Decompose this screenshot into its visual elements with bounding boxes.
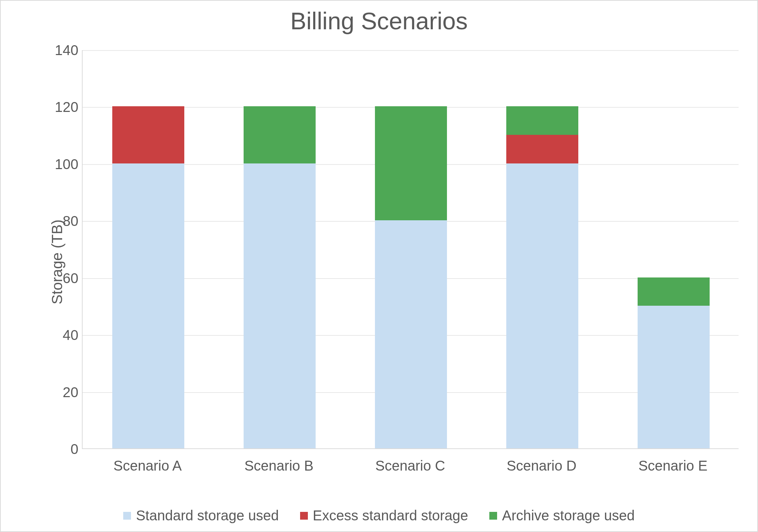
- bar-segment: [375, 220, 447, 448]
- plot-area: [82, 50, 739, 449]
- legend-label: Archive storage used: [502, 508, 635, 524]
- plot-wrap: Storage (TB) 020406080100120140Scenario …: [40, 50, 739, 474]
- legend: Standard storage usedExcess standard sto…: [1, 508, 757, 524]
- x-tick-label: Scenario D: [507, 458, 577, 474]
- x-tick-label: Scenario A: [113, 458, 181, 474]
- bar-group: [375, 106, 447, 448]
- bar-group: [638, 277, 710, 448]
- legend-item: Archive storage used: [489, 508, 635, 524]
- bar-segment: [112, 163, 185, 448]
- bar-segment: [112, 106, 185, 163]
- bar-segment: [638, 306, 710, 448]
- bar-group: [244, 106, 316, 448]
- legend-swatch: [300, 512, 308, 520]
- y-tick-label: 80: [40, 213, 78, 229]
- x-tick-label: Scenario E: [638, 458, 708, 474]
- x-tick-label: Scenario B: [244, 458, 314, 474]
- y-tick-label: 20: [40, 384, 78, 400]
- bar-group: [506, 106, 579, 448]
- y-tick-label: 0: [40, 441, 78, 457]
- y-axis-title: Storage (TB): [49, 220, 66, 304]
- y-tick-label: 140: [40, 42, 78, 58]
- bar-segment: [244, 163, 316, 448]
- bar-segment: [506, 106, 579, 135]
- bar-group: [112, 106, 185, 448]
- bar-segment: [638, 277, 710, 306]
- legend-swatch: [489, 512, 497, 520]
- chart-frame: Billing Scenarios Storage (TB) 020406080…: [0, 0, 758, 532]
- y-tick-label: 40: [40, 327, 78, 343]
- y-tick-label: 100: [40, 156, 78, 172]
- y-tick-label: 60: [40, 270, 78, 286]
- chart-title: Billing Scenarios: [1, 7, 757, 35]
- y-tick-label: 120: [40, 99, 78, 115]
- bar-segment: [244, 106, 316, 163]
- legend-label: Standard storage used: [136, 508, 279, 524]
- legend-swatch: [123, 512, 131, 520]
- legend-label: Excess standard storage: [313, 508, 468, 524]
- x-tick-label: Scenario C: [375, 458, 445, 474]
- bar-segment: [375, 106, 447, 220]
- bar-segment: [506, 163, 579, 448]
- legend-item: Excess standard storage: [300, 508, 468, 524]
- grid-line: [83, 50, 739, 51]
- bar-segment: [506, 135, 579, 163]
- legend-item: Standard storage used: [123, 508, 279, 524]
